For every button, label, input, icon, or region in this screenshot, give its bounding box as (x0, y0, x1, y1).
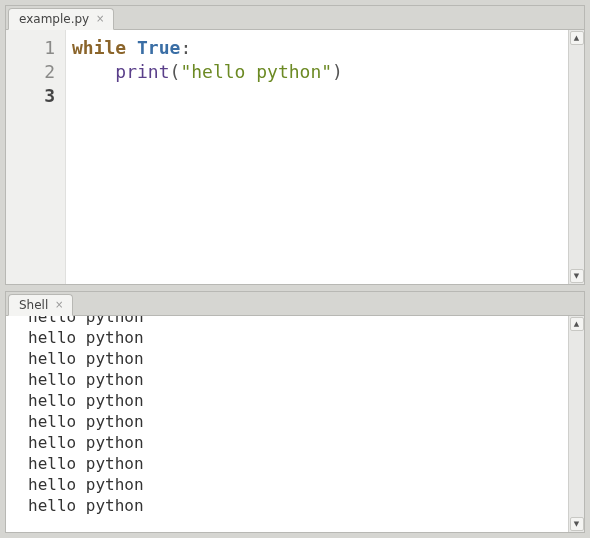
code-token: "hello python" (180, 61, 332, 82)
scroll-down-icon[interactable]: ▼ (570, 269, 584, 283)
shell-tab-label: Shell (19, 298, 48, 312)
shell-output-line: hello python (28, 390, 568, 411)
scroll-up-icon[interactable]: ▲ (570, 317, 584, 331)
editor-scrollbar[interactable]: ▲ ▼ (568, 30, 584, 284)
tab-shell[interactable]: Shell × (8, 294, 73, 316)
code-token: while (72, 37, 126, 58)
shell-output-line: hello python (28, 327, 568, 348)
shell-output-line: hello python (28, 316, 568, 327)
editor-pane: example.py × 123 while True:print("hello… (5, 5, 585, 285)
line-number: 1 (6, 36, 55, 60)
shell-output[interactable]: hello pythonhello pythonhello pythonhell… (6, 316, 568, 532)
line-number: 2 (6, 60, 55, 84)
code-token: ( (170, 61, 181, 82)
shell-scrollbar[interactable]: ▲ ▼ (568, 316, 584, 532)
shell-output-line: hello python (28, 495, 568, 516)
shell-tabbar: Shell × (6, 292, 584, 316)
shell-output-line: hello python (28, 453, 568, 474)
editor-tabbar: example.py × (6, 6, 584, 30)
scroll-down-icon[interactable]: ▼ (570, 517, 584, 531)
scroll-up-icon[interactable]: ▲ (570, 31, 584, 45)
code-editor[interactable]: while True:print("hello python") (66, 30, 568, 284)
close-icon[interactable]: × (54, 300, 64, 310)
scroll-track[interactable] (569, 332, 584, 516)
shell-body: hello pythonhello pythonhello pythonhell… (6, 316, 584, 532)
shell-output-line: hello python (28, 369, 568, 390)
shell-output-line: hello python (28, 432, 568, 453)
scroll-track[interactable] (569, 46, 584, 268)
code-token: True (137, 37, 180, 58)
shell-output-line: hello python (28, 348, 568, 369)
code-line[interactable] (72, 84, 568, 108)
code-line[interactable]: while True: (72, 36, 568, 60)
line-number-gutter: 123 (6, 30, 66, 284)
code-line[interactable]: print("hello python") (72, 60, 568, 84)
code-token: : (180, 37, 191, 58)
close-icon[interactable]: × (95, 14, 105, 24)
code-token: ) (332, 61, 343, 82)
editor-body: 123 while True:print("hello python") ▲ ▼ (6, 30, 584, 284)
editor-tab-label: example.py (19, 12, 89, 26)
shell-pane: Shell × hello pythonhello pythonhello py… (5, 291, 585, 533)
code-token: print (115, 61, 169, 82)
shell-output-line: hello python (28, 474, 568, 495)
line-number: 3 (6, 84, 55, 108)
tab-example-py[interactable]: example.py × (8, 8, 114, 30)
code-token (126, 37, 137, 58)
shell-output-line: hello python (28, 411, 568, 432)
